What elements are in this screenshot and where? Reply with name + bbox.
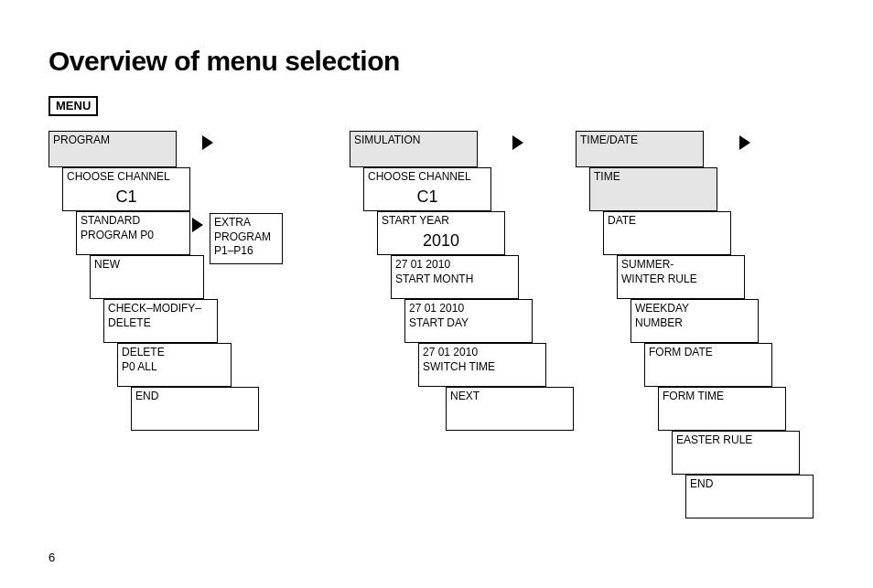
col3-end: END: [685, 475, 814, 519]
page-title: Overview of menu selection: [48, 46, 400, 77]
date: 27 01 2010: [395, 258, 450, 271]
date: 27 01 2010: [409, 302, 464, 315]
col1-standard-program: STANDARD PROGRAM P0: [76, 211, 190, 255]
label: START DAY: [409, 316, 469, 329]
col2-next: NEXT: [446, 387, 574, 431]
col1-extra-program: EXTRA PROGRAM P1–P16: [210, 213, 283, 264]
page-number: 6: [48, 551, 55, 564]
col2-top: SIMULATION: [350, 131, 478, 167]
col3-summer-winter: SUMMER- WINTER RULE: [617, 255, 745, 299]
col2-switch-time: 27 01 2010 SWITCH TIME: [418, 343, 546, 387]
col3-weekday-number: WEEKDAY NUMBER: [630, 299, 759, 343]
col2-choose-channel: CHOOSE CHANNEL C1: [363, 167, 491, 211]
date: 27 01 2010: [423, 346, 478, 358]
col2-start-month: 27 01 2010 START MONTH: [391, 255, 519, 299]
arrow-icon: [512, 135, 523, 150]
value: 2010: [382, 230, 501, 251]
col3-top: TIME/DATE: [576, 131, 704, 167]
col3-time: TIME: [589, 167, 717, 211]
label: START YEAR: [382, 214, 449, 227]
col3-form-date: FORM DATE: [644, 343, 772, 387]
col1-choose-channel: CHOOSE CHANNEL C1: [62, 167, 190, 211]
label: SWITCH TIME: [423, 360, 495, 373]
col3-form-time: FORM TIME: [658, 387, 786, 431]
menu-label: MENU: [48, 96, 98, 116]
label: CHOOSE CHANNEL: [67, 170, 170, 183]
col2-start-day: 27 01 2010 START DAY: [404, 299, 533, 343]
label: CHOOSE CHANNEL: [368, 170, 471, 183]
col3-date: DATE: [603, 211, 731, 255]
value: C1: [368, 187, 487, 208]
label: START MONTH: [395, 273, 473, 285]
col1-new: NEW: [90, 255, 204, 299]
col1-check-modify-delete: CHECK–MODIFY– DELETE: [103, 299, 218, 343]
col2-start-year: START YEAR 2010: [377, 211, 505, 255]
value: C1: [67, 187, 186, 208]
arrow-icon: [739, 135, 750, 150]
col1-top: PROGRAM: [48, 131, 177, 167]
arrow-icon: [192, 218, 203, 232]
col3-easter-rule: EASTER RULE: [672, 431, 800, 475]
arrow-icon: [202, 135, 213, 150]
col1-end: END: [131, 387, 259, 431]
col1-delete-all: DELETE P0 ALL: [117, 343, 232, 387]
